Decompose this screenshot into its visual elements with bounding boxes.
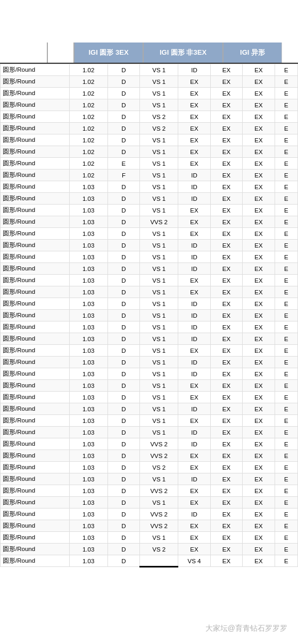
cell-shape: 圆形/Round [1, 321, 70, 333]
cell-g1: ID [178, 509, 211, 520]
cell-g1: ID [178, 170, 211, 181]
cell-g1: EX [178, 532, 211, 544]
cell-color: D [107, 403, 140, 415]
cell-carat: 1.03 [69, 473, 107, 485]
cell-g2: EX [210, 111, 243, 123]
cell-g3: EX [243, 450, 275, 462]
cell-g1: ID [178, 240, 211, 251]
watermark: 大家坛@育青钻石罗罗罗 [205, 624, 287, 633]
table-row: 圆形/Round 1.03 D VS 1 ID EX EX E [1, 310, 298, 321]
cell-g4: E [275, 485, 297, 497]
cell-color: D [107, 333, 140, 345]
cell-g4: E [275, 555, 297, 567]
cell-clarity: VS 1 [140, 146, 178, 158]
cell-clarity: VS 1 [140, 427, 178, 438]
cell-shape: 圆形/Round [1, 544, 70, 555]
cell-g4: E [275, 158, 297, 170]
cell-g3: EX [243, 473, 275, 485]
cell-g2: EX [210, 333, 243, 345]
table-row: 圆形/Round 1.03 D VS 1 ID EX EX E [1, 193, 298, 205]
cell-g3: EX [243, 438, 275, 450]
cell-shape: 圆形/Round [1, 509, 70, 520]
table-row: 圆形/Round 1.03 D VS 1 EX EX EX E [1, 275, 298, 286]
table-row: 圆形/Round 1.03 D VS 1 ID EX EX E [1, 403, 298, 415]
header-carat [48, 43, 74, 63]
cell-shape: 圆形/Round [1, 485, 70, 497]
cell-carat: 1.03 [69, 275, 107, 286]
cell-g2: EX [210, 158, 243, 170]
cell-shape: 圆形/Round [1, 181, 70, 193]
cell-g2: EX [210, 263, 243, 275]
cell-color: D [107, 544, 140, 555]
cell-shape: 圆形/Round [1, 251, 70, 263]
table-row: 圆形/Round 1.03 D VVS 2 ID EX EX E [1, 438, 298, 450]
cell-g2: EX [210, 380, 243, 392]
cell-g4: E [275, 216, 297, 228]
cell-g1: ID [178, 310, 211, 321]
cell-g4: E [275, 99, 297, 111]
cell-clarity: VS 1 [140, 532, 178, 544]
cell-clarity: VS 2 [140, 123, 178, 134]
cell-shape: 圆形/Round [1, 99, 70, 111]
cell-g3: EX [243, 380, 275, 392]
cell-color: D [107, 88, 140, 99]
cell-carat: 1.03 [69, 216, 107, 228]
cell-carat: 1.03 [69, 333, 107, 345]
cell-g1: EX [178, 123, 211, 134]
cell-g2: EX [210, 392, 243, 403]
cell-g4: E [275, 228, 297, 240]
cell-g3: EX [243, 392, 275, 403]
cell-shape: 圆形/Round [1, 392, 70, 403]
cell-clarity: VS 1 [140, 158, 178, 170]
cell-shape: 圆形/Round [1, 205, 70, 216]
cell-g3: EX [243, 368, 275, 380]
table-row: 圆形/Round 1.03 D VVS 2 EX EX EX E [1, 485, 298, 497]
cell-g3: EX [243, 228, 275, 240]
cell-g4: E [275, 111, 297, 123]
page-wrapper: IGI 圆形 3EX IGI 圆形 非3EX IGI 异形 圆形/Round 1… [0, 0, 298, 644]
cell-g1: ID [178, 298, 211, 310]
cell-clarity: VVS 2 [140, 438, 178, 450]
cell-g4: E [275, 427, 297, 438]
cell-g4: E [275, 532, 297, 544]
cell-carat: 1.03 [69, 193, 107, 205]
cell-carat: 1.03 [69, 263, 107, 275]
cell-shape: 圆形/Round [1, 275, 70, 286]
cell-shape: 圆形/Round [1, 380, 70, 392]
cell-g4: E [275, 357, 297, 368]
cell-g1: EX [178, 450, 211, 462]
cell-g1: EX [178, 415, 211, 427]
cell-g3: EX [243, 158, 275, 170]
cell-g2: EX [210, 368, 243, 380]
cell-carat: 1.03 [69, 403, 107, 415]
cell-g1: ID [178, 64, 211, 76]
cell-color: D [107, 263, 140, 275]
cell-g4: E [275, 76, 297, 88]
cell-color: D [107, 497, 140, 509]
cell-g2: EX [210, 193, 243, 205]
cell-carat: 1.03 [69, 497, 107, 509]
cell-shape: 圆形/Round [1, 216, 70, 228]
cell-g4: E [275, 345, 297, 357]
table-row: 圆形/Round 1.03 D VS 1 ID EX EX E [1, 333, 298, 345]
cell-clarity: VS 1 [140, 76, 178, 88]
cell-g3: EX [243, 298, 275, 310]
table-row: 圆形/Round 1.03 D VS 1 EX EX EX E [1, 392, 298, 403]
cell-color: D [107, 76, 140, 88]
cell-carat: 1.03 [69, 368, 107, 380]
table-row: 圆形/Round 1.03 D VS 1 ID EX EX E [1, 427, 298, 438]
cell-g1: ID [178, 438, 211, 450]
cell-clarity: VS 1 [140, 298, 178, 310]
cell-g2: EX [210, 181, 243, 193]
cell-color: D [107, 181, 140, 193]
cell-color: D [107, 123, 140, 134]
cell-shape: 圆形/Round [1, 450, 70, 462]
cell-g3: EX [243, 532, 275, 544]
cell-color: D [107, 532, 140, 544]
cell-g2: EX [210, 357, 243, 368]
cell-g4: E [275, 298, 297, 310]
cell-g4: E [275, 240, 297, 251]
table-row: 圆形/Round 1.02 D VS 2 EX EX EX E [1, 111, 298, 123]
cell-g2: EX [210, 438, 243, 450]
cell-clarity: VVS 2 [140, 450, 178, 462]
